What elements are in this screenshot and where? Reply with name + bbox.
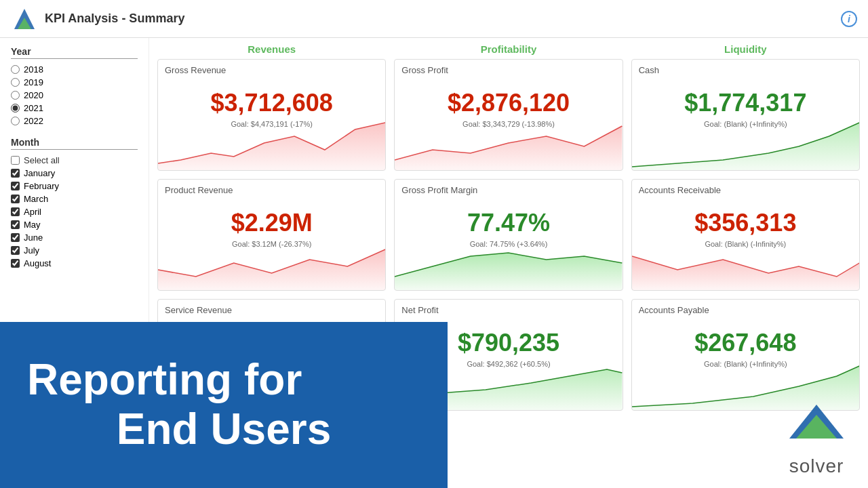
page-title: KPI Analysis - Summary [45,12,184,26]
kpi-title-accounts-receivable: Accounts Receivable [639,185,852,195]
kpi-goal-gross-profit: Goal: $3,343,729 (-13.98%) [401,120,615,128]
month-may[interactable]: May [11,220,138,230]
select-all-checkbox[interactable] [11,156,20,165]
month-january[interactable]: January [11,168,138,178]
kpi-title-accounts-payable: Accounts Payable [639,305,852,315]
kpi-value-gross-profit-margin: 77.47% [401,209,615,237]
solver-watermark: solver [776,401,857,477]
kpi-goal-gross-revenue: Goal: $4,473,191 (-17%) [165,120,378,128]
kpi-goal-accounts-receivable: Goal: (Blank) (-Infinity%) [639,240,852,248]
month-july[interactable]: July [11,245,138,256]
kpi-title-gross-profit-margin: Gross Profit Margin [401,185,615,195]
solver-logo-icon [11,5,38,33]
app-header: KPI Analysis - Summary i [0,0,868,38]
category-profitability: Profitability [394,43,623,55]
kpi-goal-product-revenue: Goal: $3.12M (-26.37%) [165,240,378,248]
solver-brand-text: solver [789,455,844,477]
year-option-2020[interactable]: 2020 [11,90,138,100]
kpi-title-product-revenue: Product Revenue [165,185,378,195]
year-section-title: Year [11,46,138,59]
year-option-2022[interactable]: 2022 [11,116,138,126]
kpi-title-cash: Cash [639,65,852,75]
month-april[interactable]: April [11,207,138,217]
kpi-value-product-revenue: $2.29M [165,209,378,237]
overlay-line1: Reporting for [27,356,420,403]
month-march[interactable]: March [11,194,138,204]
kpi-card-gross-profit: Gross Profit $2,876,120 Goal: $3,343,729… [394,59,623,171]
kpi-card-gross-revenue: Gross Revenue $3,712,608 Goal: $4,473,19… [157,59,386,171]
year-option-2019[interactable]: 2019 [11,77,138,87]
kpi-card-product-revenue: Product Revenue $2.29M Goal: $3.12M (-26… [157,179,386,291]
overlay-line2: End Users [27,404,420,454]
month-june[interactable]: June [11,232,138,243]
kpi-goal-accounts-payable: Goal: (Blank) (+Infinity%) [639,360,852,368]
kpi-value-gross-revenue: $3,712,608 [165,89,378,117]
kpi-title-gross-revenue: Gross Revenue [165,65,378,75]
kpi-value-accounts-receivable: $356,313 [639,209,852,237]
year-radio-group: 2018 2019 2020 2021 2022 [11,64,138,126]
year-option-2018[interactable]: 2018 [11,64,138,75]
solver-logo-watermark-icon [776,401,857,455]
kpi-title-service-revenue: Service Revenue [165,305,378,315]
month-august[interactable]: August [11,258,138,268]
category-headers: Revenues Profitability Liquidity [157,43,860,55]
year-option-2021[interactable]: 2021 [11,103,138,113]
kpi-card-gross-profit-margin: Gross Profit Margin 77.47% Goal: 74.75% … [394,179,623,291]
kpi-card-accounts-receivable: Accounts Receivable $356,313 Goal: (Blan… [631,179,860,291]
kpi-value-cash: $1,774,317 [639,89,852,117]
kpi-title-gross-profit: Gross Profit [401,65,615,75]
overlay-banner: Reporting for End Users [0,322,448,488]
kpi-title-net-profit: Net Profit [401,305,615,315]
kpi-card-accounts-payable: Accounts Payable $267,648 Goal: (Blank) … [631,299,860,411]
kpi-value-accounts-payable: $267,648 [639,329,852,357]
month-checkbox-group: January February March April May June Ju… [11,168,138,268]
select-all-label: Select all [24,155,60,165]
info-icon[interactable]: i [841,11,857,27]
kpi-goal-cash: Goal: (Blank) (+Infinity%) [639,120,852,128]
category-revenues: Revenues [157,43,386,55]
month-february[interactable]: February [11,181,138,191]
category-liquidity: Liquidity [631,43,860,55]
month-section-title: Month [11,137,138,150]
select-all-checkbox-label[interactable]: Select all [11,155,138,165]
kpi-goal-gross-profit-margin: Goal: 74.75% (+3.64%) [401,240,615,248]
kpi-card-cash: Cash $1,774,317 Goal: (Blank) (+Infinity… [631,59,860,171]
kpi-value-gross-profit: $2,876,120 [401,89,615,117]
